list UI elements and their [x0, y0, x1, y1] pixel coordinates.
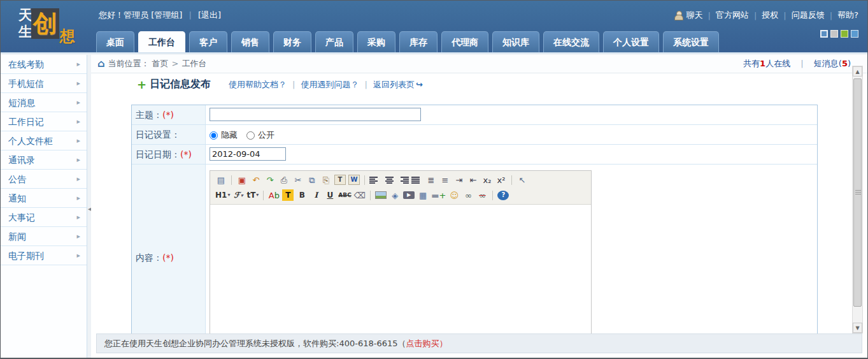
home-icon[interactable]: ⌂	[97, 57, 104, 70]
copy-icon[interactable]: ⧉	[306, 174, 318, 186]
tab-purchasing[interactable]: 采购	[357, 31, 395, 52]
sidebar-item-label: 大事记	[8, 208, 35, 227]
buy-link[interactable]: 点击购买	[406, 339, 439, 348]
sidebar-item-news[interactable]: 新闻▸	[1, 227, 87, 246]
sidebar-item-contacts[interactable]: 通讯录▸	[1, 150, 87, 170]
messages-link[interactable]: 短消息(5)	[814, 59, 851, 68]
sidebar-item-milestones[interactable]: 大事记▸	[1, 208, 87, 227]
theme-green[interactable]	[841, 30, 848, 38]
tab-inventory[interactable]: 库存	[399, 31, 438, 52]
tab-system-settings[interactable]: 系统设置	[663, 31, 719, 52]
bold-icon[interactable]: B	[296, 189, 308, 201]
sidebar-item-work-diary[interactable]: 工作日记▸	[1, 112, 87, 131]
highlight-color-icon[interactable]: T	[282, 189, 294, 201]
tab-desktop[interactable]: 桌面	[96, 31, 134, 52]
indent-icon[interactable]: ⇥	[453, 174, 465, 186]
problem-help-link[interactable]: 使用遇到问题？	[301, 80, 359, 89]
logo-text: 天生	[18, 7, 32, 40]
scroll-thumb[interactable]	[853, 78, 862, 307]
help-link[interactable]: 帮助?	[837, 10, 858, 21]
sidebar-item-short-message[interactable]: 短消息▸	[1, 93, 87, 112]
subscript-icon[interactable]: x₂	[481, 174, 493, 186]
chevron-right-icon: ▸	[76, 208, 80, 227]
horizontal-rule-icon[interactable]: ▬+	[431, 189, 446, 201]
scroll-up-button[interactable]: ▲	[853, 66, 862, 77]
sidebar-item-personal-files[interactable]: 个人文件柜▸	[1, 131, 87, 150]
heading-icon[interactable]: H1▾	[215, 189, 230, 201]
sidebar-item-e-journal[interactable]: 电子期刊▸	[1, 246, 87, 265]
superscript-icon[interactable]: x²	[495, 174, 507, 186]
align-left-icon[interactable]	[369, 177, 381, 184]
text-color-icon[interactable]: Ab	[268, 189, 280, 201]
justify-icon[interactable]	[411, 177, 423, 184]
toolbar-separator	[263, 191, 264, 200]
italic-icon[interactable]: I	[310, 189, 322, 201]
strikethrough-icon[interactable]: ABC	[338, 189, 351, 201]
eraser-icon[interactable]: ⌫	[354, 189, 366, 201]
sidebar-item-notices[interactable]: 通知▸	[1, 189, 87, 208]
undo-icon[interactable]: ↶	[250, 174, 262, 186]
tab-knowledge-base[interactable]: 知识库	[492, 31, 539, 52]
radio-public-input[interactable]	[246, 131, 255, 140]
outdent-icon[interactable]: ⇤	[467, 174, 479, 186]
smiley-icon[interactable]: ☺	[448, 189, 460, 201]
date-input[interactable]	[210, 147, 286, 161]
cut-icon[interactable]: ✂	[292, 174, 304, 186]
theme-lightblue[interactable]	[851, 30, 858, 38]
redo-icon[interactable]: ↷	[264, 174, 276, 186]
unordered-list-icon[interactable]: ≡	[439, 174, 451, 186]
insert-media-icon[interactable]: ◈	[389, 189, 401, 201]
paste-word-icon[interactable]: W	[348, 175, 360, 185]
insert-video-icon[interactable]: ▶	[403, 191, 415, 199]
theme-blue-selected[interactable]	[820, 30, 828, 38]
feedback-link[interactable]: 问题反馈	[792, 10, 825, 21]
official-site-link[interactable]: 官方网站	[716, 10, 749, 21]
license-link[interactable]: 授权	[762, 10, 778, 21]
radio-public[interactable]: 公开	[246, 129, 274, 141]
tab-finance[interactable]: 财务	[273, 31, 311, 52]
align-center-icon[interactable]	[383, 177, 395, 184]
sidebar-item-online-attendance[interactable]: 在线考勤▸	[1, 55, 87, 74]
sidebar-item-label: 通讯录	[8, 150, 35, 170]
underline-icon[interactable]: U	[324, 189, 336, 201]
tab-workbench[interactable]: 工作台	[138, 31, 185, 52]
breadcrumb-crumb[interactable]: 首页	[152, 59, 169, 68]
scroll-down-button[interactable]: ▼	[853, 323, 862, 333]
link-icon[interactable]: ∞	[462, 189, 474, 201]
paste-icon[interactable]: ⎘	[320, 174, 332, 186]
vertical-scrollbar: ▲ ▼	[852, 66, 863, 333]
font-family-icon[interactable]: ℱ▾	[232, 189, 244, 201]
tab-customers[interactable]: 客户	[189, 31, 227, 52]
select-cursor-icon[interactable]: ↖	[516, 174, 528, 186]
logout-link[interactable]: [退出]	[198, 10, 221, 20]
help-doc-link[interactable]: 使用帮助文档？	[229, 80, 287, 89]
fullscreen-icon[interactable]: ▣	[236, 174, 248, 186]
insert-image-icon[interactable]	[375, 191, 387, 199]
radio-hidden-input[interactable]	[210, 131, 218, 140]
sidebar-item-mobile-sms[interactable]: 手机短信▸	[1, 74, 87, 93]
subject-input[interactable]	[210, 108, 421, 121]
tab-products[interactable]: 产品	[315, 31, 353, 52]
ordered-list-icon[interactable]: ≣	[425, 174, 437, 186]
toolbar-separator	[492, 191, 493, 200]
editor-help-icon[interactable]: ?	[497, 191, 509, 200]
tab-personal-settings[interactable]: 个人设置	[603, 31, 659, 52]
theme-gray[interactable]	[830, 30, 838, 38]
toolbar-separator	[231, 175, 232, 185]
source-icon[interactable]: ▤	[215, 174, 227, 186]
tab-online-chat[interactable]: 在线交流	[543, 31, 599, 52]
align-right-icon[interactable]	[397, 177, 409, 184]
breadcrumb-crumb[interactable]: 工作台	[182, 59, 207, 68]
font-size-icon[interactable]: tT▾	[246, 189, 259, 201]
radio-hidden[interactable]: 隐藏	[210, 129, 238, 141]
paste-text-icon[interactable]: T	[334, 175, 346, 185]
sidebar-item-announcements[interactable]: 公告▸	[1, 170, 87, 189]
unlink-icon[interactable]: ∞	[476, 189, 488, 201]
editor-content-area[interactable]	[210, 205, 591, 333]
chat-link[interactable]: 聊天	[687, 10, 703, 21]
tab-sales[interactable]: 销售	[231, 31, 269, 52]
tab-agents[interactable]: 代理商	[441, 31, 488, 52]
insert-table-icon[interactable]: ▦	[417, 189, 429, 201]
back-to-list-link[interactable]: 返回列表页↪	[373, 80, 423, 89]
print-icon[interactable]: ⎙	[278, 174, 290, 186]
